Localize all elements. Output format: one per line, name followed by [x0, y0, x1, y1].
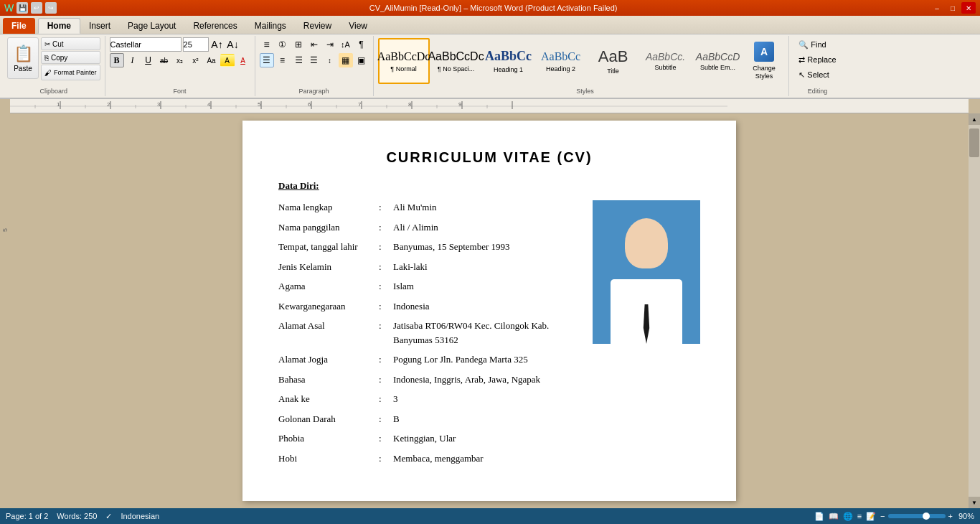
numbering-button[interactable]: ①: [275, 37, 290, 52]
cv-field-row: Jenis Kelamin:Laki-laki: [278, 260, 578, 274]
scroll-down-button[interactable]: ▼: [969, 497, 980, 508]
change-styles-button[interactable]: A ChangeStyles: [745, 38, 784, 84]
shading-button[interactable]: ▦: [339, 53, 353, 67]
font-label: Font: [105, 88, 255, 95]
underline-button[interactable]: U: [141, 53, 156, 67]
view-draft-icon[interactable]: 📝: [866, 512, 876, 521]
bullets-button[interactable]: ≡: [260, 37, 274, 52]
increase-font-button[interactable]: A↑: [210, 37, 225, 52]
decrease-indent-button[interactable]: ⇤: [307, 37, 321, 52]
word-count: Words: 250: [57, 512, 97, 520]
cv-field-colon: :: [379, 319, 393, 347]
tab-home[interactable]: Home: [38, 18, 80, 34]
multilevel-button[interactable]: ⊞: [291, 37, 306, 52]
justify-button[interactable]: ☰: [307, 53, 321, 67]
zoom-in-button[interactable]: +: [948, 512, 953, 520]
zoom-out-button[interactable]: −: [880, 512, 885, 520]
cv-field-value: Islam: [393, 279, 578, 294]
strikethrough-button[interactable]: ab: [157, 53, 171, 67]
cv-field-value: Jatisaba RT06/RW04 Kec. Cilongok Kab. Ba…: [393, 319, 578, 347]
style-normal[interactable]: AaBbCcDc ¶ Normal: [378, 38, 430, 84]
zoom-slider[interactable]: [888, 514, 946, 518]
superscript-button[interactable]: x²: [189, 53, 203, 67]
tab-view[interactable]: View: [340, 18, 376, 34]
cv-field-label: Jenis Kelamin: [278, 260, 379, 274]
font-size-input[interactable]: [183, 37, 209, 52]
cv-field-row: Nama lengkap:Ali Mu'min: [278, 200, 578, 215]
minimize-button[interactable]: –: [930, 2, 944, 14]
quick-save-icon[interactable]: 💾: [17, 2, 28, 14]
close-button[interactable]: ✕: [961, 2, 976, 14]
decrease-font-button[interactable]: A↓: [226, 37, 240, 52]
style-heading2[interactable]: AaBbCc Heading 2: [535, 38, 587, 84]
sort-button[interactable]: ↕A: [339, 37, 353, 52]
scroll-up-button[interactable]: ▲: [969, 113, 980, 125]
editing-group: 🔍 Find ⇄ Replace ↖ Select Editing: [789, 36, 847, 96]
view-outline-icon[interactable]: ≡: [857, 512, 862, 520]
cv-field-colon: :: [379, 373, 393, 387]
view-web-icon[interactable]: 🌐: [843, 512, 853, 521]
highlight-button[interactable]: A: [220, 54, 235, 67]
copy-button[interactable]: ⎘ Copy: [41, 51, 100, 64]
cv-field-label: Hobi: [278, 452, 379, 466]
style-subtle-em[interactable]: AaBbCcD Subtle Em...: [692, 38, 744, 84]
show-marks-button[interactable]: ¶: [354, 37, 369, 52]
quick-undo-icon[interactable]: ↩: [31, 2, 42, 14]
horizontal-ruler: 1 2 3 4 5 6 7 8 9: [10, 99, 969, 113]
subscript-button[interactable]: x₂: [173, 53, 187, 67]
line-spacing-button[interactable]: ↕: [323, 53, 337, 67]
style-heading1[interactable]: AaBbCc Heading 1: [483, 38, 534, 84]
title-bar: W 💾 ↩ ↪ CV_AliMumin [Read-Only] – Micros…: [0, 0, 980, 16]
title-bar-title: CV_AliMumin [Read-Only] – Microsoft Word…: [57, 4, 930, 12]
ribbon-tabs: File Home Insert Page Layout References …: [0, 16, 980, 34]
paragraph-group: ≡ ① ⊞ ⇤ ⇥ ↕A ¶ ☰ ≡ ☰ ☰ ↕ ▦ ▣ Paragraph: [255, 36, 374, 96]
view-full-read-icon[interactable]: 📖: [829, 512, 839, 521]
italic-button[interactable]: I: [126, 53, 140, 67]
quick-redo-icon[interactable]: ↪: [45, 2, 57, 14]
style-title[interactable]: AaB Title: [588, 38, 639, 84]
document-scroll-area[interactable]: CURRICULUM VITAE (CV) Data Diri: Nama le…: [10, 113, 969, 508]
find-button[interactable]: 🔍 Find: [794, 37, 840, 52]
tab-mailings[interactable]: Mailings: [246, 18, 295, 34]
tab-page-layout[interactable]: Page Layout: [119, 18, 184, 34]
select-icon: ↖: [798, 70, 805, 80]
style-subtitle[interactable]: AaBbCc. Subtitle: [640, 38, 692, 84]
language[interactable]: Indonesian: [121, 512, 159, 520]
cv-field-value: 3: [393, 392, 578, 406]
document-page: CURRICULUM VITAE (CV) Data Diri: Nama le…: [242, 121, 736, 501]
maximize-button[interactable]: □: [946, 2, 960, 14]
zoom-control[interactable]: − + 90%: [880, 512, 974, 520]
cv-field-value: Ketinggian, Ular: [393, 431, 578, 446]
cv-field-colon: :: [379, 279, 393, 294]
align-right-button[interactable]: ☰: [291, 53, 306, 67]
increase-indent-button[interactable]: ⇥: [323, 37, 337, 52]
page-info: Page: 1 of 2: [6, 512, 48, 520]
align-left-button[interactable]: ☰: [260, 53, 274, 67]
borders-button[interactable]: ▣: [354, 53, 369, 67]
cut-button[interactable]: ✂ Cut: [41, 37, 100, 50]
scrollbar-track[interactable]: [969, 125, 980, 497]
align-center-button[interactable]: ≡: [275, 53, 290, 67]
clear-format-button[interactable]: Aa: [204, 53, 219, 67]
cv-field-label: Golonan Darah: [278, 412, 379, 426]
view-print-icon[interactable]: 📄: [814, 512, 824, 521]
format-painter-icon: 🖌: [44, 69, 52, 77]
tab-file[interactable]: File: [3, 18, 35, 34]
select-button[interactable]: ↖ Select: [794, 67, 840, 82]
bold-button[interactable]: B: [110, 53, 124, 67]
style-no-spacing[interactable]: AaBbCcDc ¶ No Spaci...: [430, 38, 482, 84]
cv-field-label: Bahasa: [278, 373, 379, 387]
paste-button[interactable]: 📋 Paste: [7, 37, 39, 79]
replace-button[interactable]: ⇄ Replace: [794, 52, 840, 67]
tab-review[interactable]: Review: [295, 18, 340, 34]
tab-references[interactable]: References: [184, 18, 245, 34]
vertical-scrollbar[interactable]: ▲ ▼: [969, 113, 980, 508]
proofing-icon[interactable]: ✓: [105, 512, 112, 521]
tab-insert[interactable]: Insert: [80, 18, 119, 34]
font-name-input[interactable]: [110, 37, 182, 52]
cv-fields: Nama lengkap:Ali Mu'minNama panggilan:Al…: [278, 200, 578, 471]
cv-field-row: Hobi:Membaca, menggambar: [278, 452, 578, 466]
format-painter-button[interactable]: 🖌 Format Painter: [41, 65, 100, 80]
scrollbar-thumb[interactable]: [969, 128, 979, 157]
font-color-button[interactable]: A: [236, 53, 250, 67]
